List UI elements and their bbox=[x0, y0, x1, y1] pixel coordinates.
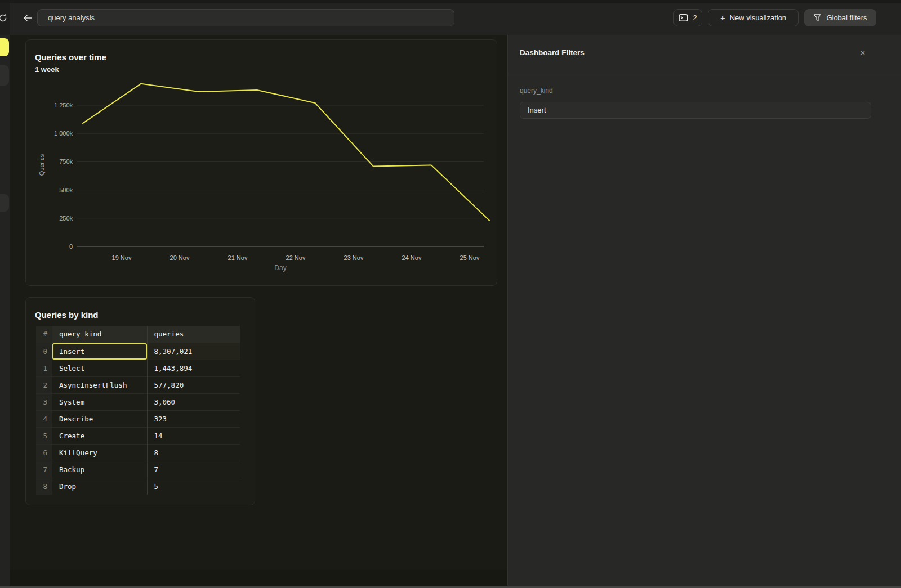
series-line-queries bbox=[83, 84, 489, 221]
tab-count-label: 2 bbox=[693, 14, 697, 22]
console-icon bbox=[679, 14, 688, 22]
row-index-cell: 3 bbox=[36, 393, 52, 410]
x-tick-label: 21 Nov bbox=[228, 254, 248, 261]
queries-value-cell[interactable]: 14 bbox=[147, 427, 240, 444]
panel-divider bbox=[508, 74, 901, 74]
queries-by-kind-card: Queries by kind #query_kindqueries 0Inse… bbox=[25, 297, 255, 505]
queries-value-cell[interactable]: 5 bbox=[147, 478, 240, 495]
row-index-cell: 8 bbox=[36, 478, 52, 495]
queries-value-cell[interactable]: 8 bbox=[147, 444, 240, 461]
x-tick-label: 20 Nov bbox=[170, 254, 190, 261]
x-tick-label: 19 Nov bbox=[112, 254, 132, 261]
query-kind-cell[interactable]: Create bbox=[52, 427, 147, 444]
new-visualization-button[interactable]: + New visualization bbox=[708, 9, 799, 26]
query-kind-field-label: query_kind bbox=[520, 87, 553, 95]
row-index-cell: 1 bbox=[36, 360, 52, 376]
x-axis-label: Day bbox=[274, 264, 286, 272]
y-tick-label: 1 250k bbox=[54, 102, 73, 109]
column-header-index: # bbox=[36, 326, 52, 343]
table-row: 2AsyncInsertFlush577,820 bbox=[36, 376, 240, 393]
table-title: Queries by kind bbox=[35, 310, 99, 320]
x-tick-label: 22 Nov bbox=[286, 254, 306, 261]
new-visualization-label: New visualization bbox=[730, 14, 786, 22]
row-index-cell: 0 bbox=[36, 343, 52, 360]
row-index-cell: 5 bbox=[36, 427, 52, 444]
x-tick-label: 24 Nov bbox=[402, 254, 422, 261]
dashboard-title-input[interactable]: query analysis bbox=[37, 9, 454, 26]
query-kind-cell[interactable]: System bbox=[52, 393, 147, 410]
table-row: 0Insert8,307,021 bbox=[36, 343, 240, 360]
global-filters-button[interactable]: Global filters bbox=[804, 9, 876, 26]
table-row: 3System3,060 bbox=[36, 393, 240, 410]
y-tick-label: 250k bbox=[59, 215, 73, 222]
dashboard-canvas: Queries over time 1 week 0250k500k750k1 … bbox=[10, 35, 507, 588]
y-tick-label: 1 000k bbox=[54, 130, 73, 137]
column-header-queries: queries bbox=[147, 326, 240, 343]
row-index-cell: 7 bbox=[36, 461, 52, 478]
row-index-cell: 4 bbox=[36, 410, 52, 427]
dashboard-filters-panel: Dashboard Filters ✕ query_kind Insert bbox=[507, 35, 901, 588]
queries-over-time-card: Queries over time 1 week 0250k500k750k1 … bbox=[25, 39, 497, 286]
y-tick-label: 500k bbox=[59, 187, 73, 194]
top-bar: query analysis 2 + New visualization Glo… bbox=[0, 0, 901, 35]
table-row: 5Create14 bbox=[36, 427, 240, 444]
table-row: 4Describe323 bbox=[36, 410, 240, 427]
y-tick-label: 750k bbox=[59, 158, 73, 165]
queries-value-cell[interactable]: 1,443,894 bbox=[147, 360, 240, 376]
rail-item-active[interactable] bbox=[0, 38, 9, 56]
sql-console-tabs-button[interactable]: 2 bbox=[673, 9, 702, 26]
global-filters-label: Global filters bbox=[826, 14, 867, 22]
y-tick-label: 0 bbox=[69, 243, 73, 250]
close-icon[interactable]: ✕ bbox=[857, 47, 868, 59]
query-kind-filter-input[interactable]: Insert bbox=[520, 102, 871, 119]
queries-value-cell[interactable]: 577,820 bbox=[147, 376, 240, 393]
funnel-icon bbox=[813, 14, 822, 22]
table-row: 6KillQuery8 bbox=[36, 444, 240, 461]
filters-panel-title: Dashboard Filters bbox=[520, 48, 585, 57]
queries-value-cell[interactable]: 323 bbox=[147, 410, 240, 427]
x-tick-label: 25 Nov bbox=[460, 254, 480, 261]
queries-value-cell[interactable]: 3,060 bbox=[147, 393, 240, 410]
queries-value-cell[interactable]: 8,307,021 bbox=[147, 343, 240, 360]
x-tick-label: 23 Nov bbox=[344, 254, 364, 261]
column-header-query_kind: query_kind bbox=[52, 326, 147, 343]
table-header: #query_kindqueries bbox=[36, 326, 240, 343]
y-axis-label: Queries bbox=[38, 154, 45, 176]
back-button[interactable] bbox=[20, 11, 35, 25]
rail-item-3[interactable] bbox=[0, 194, 9, 212]
row-index-cell: 2 bbox=[36, 376, 52, 393]
window-top-edge bbox=[0, 0, 901, 3]
table-row: 8Drop5 bbox=[36, 478, 240, 495]
query-kind-cell[interactable]: KillQuery bbox=[52, 444, 147, 461]
queries-over-time-chart: 0250k500k750k1 000k1 250kQueries19 Nov20… bbox=[26, 40, 497, 285]
table-row: 7Backup7 bbox=[36, 461, 240, 478]
table-row: 1Select1,443,894 bbox=[36, 360, 240, 376]
query-kind-cell[interactable]: Backup bbox=[52, 461, 147, 478]
query-kind-cell[interactable]: Describe bbox=[52, 410, 147, 427]
row-index-cell: 6 bbox=[36, 444, 52, 461]
left-rail bbox=[0, 35, 10, 588]
queries-table-body: 0Insert8,307,0211Select1,443,8942AsyncIn… bbox=[36, 343, 240, 495]
query-kind-cell[interactable]: Drop bbox=[52, 478, 147, 495]
plus-icon: + bbox=[720, 13, 725, 23]
query-kind-cell[interactable]: AsyncInsertFlush bbox=[52, 376, 147, 393]
queries-value-cell[interactable]: 7 bbox=[147, 461, 240, 478]
refresh-icon[interactable] bbox=[0, 12, 9, 24]
rail-item-2[interactable] bbox=[0, 65, 9, 86]
queries-by-kind-table: #query_kindqueries 0Insert8,307,0211Sele… bbox=[36, 326, 240, 495]
window-bottom-edge bbox=[0, 586, 901, 588]
query-kind-cell[interactable]: Select bbox=[52, 360, 147, 376]
query-kind-cell[interactable]: Insert bbox=[52, 343, 147, 360]
